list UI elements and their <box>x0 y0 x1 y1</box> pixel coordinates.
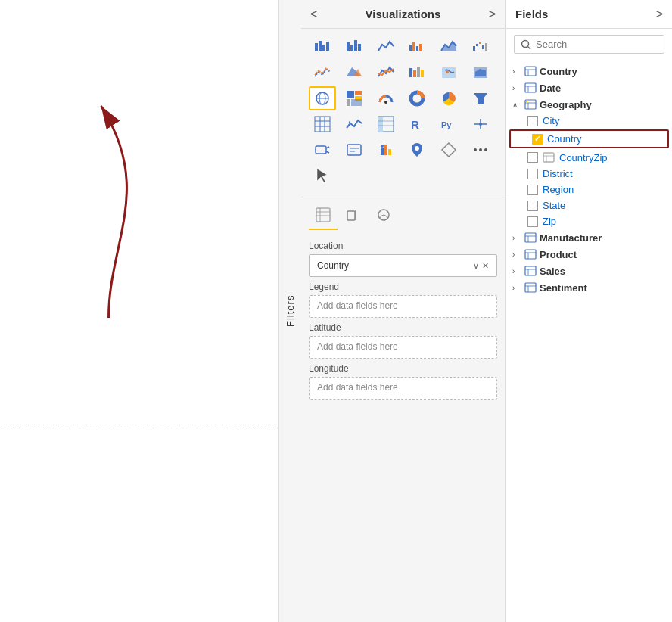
manufacturer-table-icon <box>524 232 537 244</box>
tab-build-analytics[interactable] <box>369 204 398 230</box>
viz-icon-scatter[interactable] <box>309 61 336 85</box>
filters-sidebar[interactable]: Filters <box>278 0 301 622</box>
viz-icon-infographic[interactable] <box>372 138 400 162</box>
field-item-district[interactable]: District <box>506 166 672 182</box>
viz-icon-cursor[interactable] <box>309 163 336 188</box>
viz-icon-gauge[interactable] <box>372 86 400 110</box>
field-group-geography[interactable]: ∧ Geography <box>506 96 672 113</box>
svg-rect-31 <box>347 91 354 98</box>
countryzip-checkbox[interactable] <box>527 152 538 163</box>
viz-icon-python[interactable]: Py <box>435 112 462 136</box>
viz-icon-mountain[interactable] <box>341 61 368 85</box>
viz-right-arrow[interactable]: > <box>489 8 496 20</box>
viz-icon-r-visual[interactable]: R <box>403 112 431 136</box>
country-checkbox[interactable]: ✓ <box>532 134 543 145</box>
state-checkbox[interactable] <box>527 201 538 211</box>
field-item-city[interactable]: City <box>506 113 672 129</box>
viz-icon-smart-narrative[interactable] <box>341 138 368 162</box>
region-checkbox[interactable] <box>527 185 538 195</box>
viz-icon-pie[interactable] <box>435 86 462 110</box>
svg-marker-70 <box>317 169 327 182</box>
svg-rect-7 <box>354 40 357 51</box>
svg-point-67 <box>474 148 477 151</box>
viz-left-arrow[interactable]: < <box>310 8 317 20</box>
svg-rect-14 <box>473 46 475 51</box>
longitude-label: Longitude <box>309 363 497 374</box>
field-item-countryzip[interactable]: CountryZip <box>506 149 672 166</box>
viz-icon-decomp-tree[interactable] <box>467 112 494 136</box>
location-drop-zone[interactable]: Country ∨ ✕ <box>309 254 497 277</box>
location-remove-icon[interactable]: ✕ <box>482 261 489 271</box>
viz-icon-more[interactable] <box>467 138 494 162</box>
svg-rect-6 <box>350 45 353 51</box>
viz-icon-stacked-bar[interactable] <box>309 35 336 59</box>
viz-icon-treemap[interactable] <box>341 86 368 110</box>
search-input[interactable] <box>536 39 658 50</box>
fields-area: Location Country ∨ ✕ Legend Add data fie… <box>301 230 505 622</box>
legend-drop-zone[interactable]: Add data fields here <box>309 295 497 318</box>
viz-icon-matrix[interactable] <box>372 112 400 136</box>
canvas-area <box>0 0 278 622</box>
viz-icon-globe-active[interactable] <box>309 86 336 110</box>
svg-rect-22 <box>413 70 416 77</box>
product-group-label: Product <box>540 249 577 260</box>
viz-icon-kpi[interactable]: ▲ <box>341 112 368 136</box>
viz-icon-map-pin[interactable] <box>403 138 431 162</box>
viz-icon-filled-map[interactable] <box>467 61 494 85</box>
field-item-state[interactable]: State <box>506 197 672 213</box>
visualizations-panel: < Visualizations > <box>301 0 506 622</box>
viz-icon-multi-line[interactable] <box>372 61 400 85</box>
tab-build-format[interactable] <box>339 204 368 230</box>
longitude-placeholder: Add data fields here <box>317 382 398 393</box>
viz-panel-header: < Visualizations > <box>301 0 505 29</box>
viz-icon-ribbon[interactable] <box>403 61 431 85</box>
search-box[interactable] <box>514 35 664 54</box>
district-checkbox[interactable] <box>527 169 538 179</box>
svg-rect-21 <box>409 68 412 77</box>
viz-icon-table-matrix[interactable] <box>309 112 336 136</box>
field-group-country[interactable]: › Country <box>506 63 672 79</box>
viz-icon-map[interactable] <box>435 61 462 85</box>
longitude-drop-zone[interactable]: Add data fields here <box>309 377 497 400</box>
svg-rect-24 <box>421 70 424 77</box>
svg-rect-12 <box>419 44 422 51</box>
viz-icon-area-chart[interactable] <box>435 35 462 59</box>
viz-icon-ai-insight[interactable] <box>309 138 336 162</box>
svg-marker-39 <box>474 93 487 104</box>
region-label: Region <box>543 184 574 195</box>
svg-rect-90 <box>543 153 554 162</box>
tab-build-location[interactable] <box>309 204 338 230</box>
svg-point-89 <box>526 101 527 102</box>
field-group-sales[interactable]: › Sales <box>506 263 672 279</box>
viz-icon-donut[interactable] <box>403 86 431 110</box>
svg-marker-66 <box>442 143 456 157</box>
svg-point-26 <box>446 70 449 73</box>
viz-icon-grouped-bar[interactable] <box>403 35 431 59</box>
viz-icon-bar-chart[interactable] <box>341 35 368 59</box>
viz-icon-waterfall[interactable] <box>467 35 494 59</box>
svg-point-54 <box>479 123 482 126</box>
geography-table-icon <box>524 98 537 110</box>
viz-icon-line-chart[interactable] <box>372 35 400 59</box>
filters-label: Filters <box>285 295 296 327</box>
location-expand-icon[interactable]: ∨ <box>473 261 479 271</box>
field-group-manufacturer[interactable]: › Manufacturer <box>506 229 672 246</box>
fields-right-arrow[interactable]: > <box>656 8 663 20</box>
field-group-sentiment[interactable]: › Sentiment <box>506 279 672 296</box>
field-group-product[interactable]: › Product <box>506 246 672 263</box>
city-checkbox[interactable] <box>527 116 538 126</box>
field-item-country[interactable]: ✓ Country <box>509 129 669 148</box>
zip-checkbox[interactable] <box>527 216 538 227</box>
svg-rect-5 <box>347 42 350 51</box>
country-table-icon <box>524 65 537 77</box>
country-group-label: Country <box>540 66 577 77</box>
latitude-drop-zone[interactable]: Add data fields here <box>309 336 497 359</box>
viz-icon-funnel[interactable] <box>467 86 494 110</box>
field-item-region[interactable]: Region <box>506 182 672 197</box>
viz-panel-title: Visualizations <box>366 8 441 20</box>
manufacturer-group-label: Manufacturer <box>540 232 602 244</box>
arrow-annotation <box>0 0 278 622</box>
field-item-zip[interactable]: Zip <box>506 213 672 229</box>
field-group-date[interactable]: › Date <box>506 79 672 96</box>
viz-icon-diamond[interactable] <box>435 138 462 162</box>
